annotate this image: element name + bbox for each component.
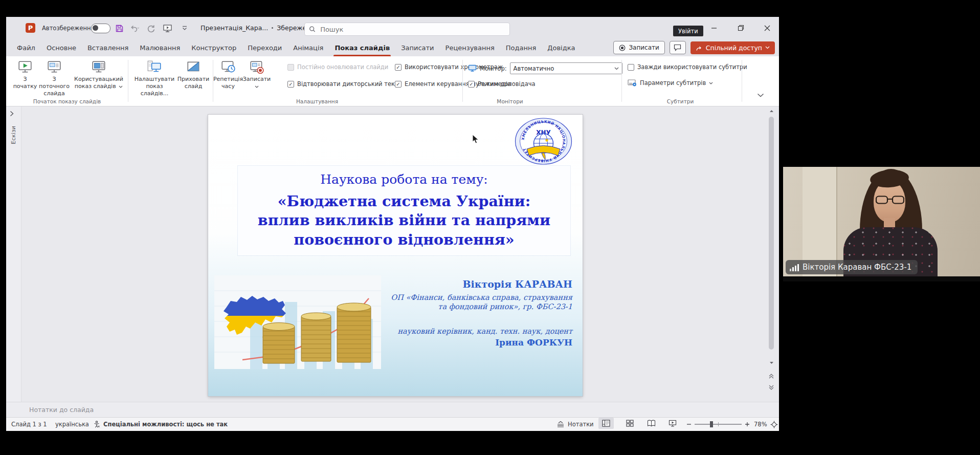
slide-title-textbox[interactable]: Наукова робота на тему: «Бюджетна систем…: [238, 166, 570, 255]
from-current-slide-icon: [47, 58, 62, 75]
status-bar: Слайд 1 з 1 українська Спеціальні можлив…: [6, 417, 779, 431]
zoom-level[interactable]: 78%: [754, 418, 767, 431]
tab-transitions[interactable]: Переходи: [242, 39, 287, 56]
slide-sorter-view-button[interactable]: [622, 418, 637, 429]
slide-title-main: «Бюджетна система України: вплив викликі…: [238, 192, 570, 250]
chevron-down-icon: [119, 85, 123, 88]
rehearse-timings-icon: [220, 58, 236, 75]
maximize-button[interactable]: [729, 17, 752, 39]
zoom-slider-track[interactable]: [695, 424, 742, 425]
scrollbar-thumb[interactable]: [769, 117, 774, 350]
setup-slideshow-button[interactable]: Налаштувати показ слайдів...: [132, 58, 177, 97]
notes-placeholder[interactable]: Нотатки до слайда: [29, 406, 94, 414]
redo-icon[interactable]: [145, 23, 157, 34]
scroll-up-icon[interactable]: [768, 107, 775, 115]
group-label-setup: Налаштування: [296, 98, 338, 104]
save-icon[interactable]: [114, 23, 125, 34]
close-button[interactable]: [756, 17, 778, 39]
editing-canvas: Ескізи ХМЕЛЬНИЦЬКИЙ НАЦІОНАЛЬНИЙ УНІВЕРС…: [6, 106, 779, 402]
minimize-button[interactable]: [703, 17, 725, 39]
mouse-cursor: [472, 134, 479, 144]
vertical-scrollbar[interactable]: [768, 107, 775, 400]
rehearse-timings-button[interactable]: Репетиція часу: [216, 58, 240, 90]
slideshow-quick-icon[interactable]: [162, 23, 173, 34]
normal-view-button[interactable]: [598, 418, 614, 429]
accessibility-status[interactable]: Спеціальні можливості: щось не так: [93, 418, 228, 431]
university-logo: ХМЕЛЬНИЦЬКИЙ НАЦІОНАЛЬНИЙ УНІВЕРСИТЕТ ХН…: [514, 118, 573, 165]
chevron-down-icon: [709, 82, 713, 84]
powerpoint-window: P Автозбереження Презентація_Кара... Збе…: [6, 17, 779, 430]
zoom-slider-thumb[interactable]: [710, 421, 713, 427]
record-icon: [619, 45, 626, 51]
checkbox-presenter-view[interactable]: Режим доповідача: [468, 80, 536, 88]
search-input[interactable]: [319, 25, 505, 34]
tab-animations[interactable]: Анімація: [287, 39, 329, 56]
search-box[interactable]: [304, 23, 510, 36]
tab-home[interactable]: Основне: [41, 39, 82, 56]
ukraine-economy-image[interactable]: [214, 275, 381, 369]
previous-slide-button[interactable]: [768, 373, 775, 380]
fit-to-window-button[interactable]: [770, 418, 778, 431]
hide-slide-icon: [186, 58, 201, 75]
tab-insert[interactable]: Вставлення: [82, 39, 134, 56]
collapse-ribbon-button[interactable]: [757, 93, 764, 98]
record-button[interactable]: Записати: [613, 41, 664, 54]
tab-design[interactable]: Конструктор: [186, 39, 242, 56]
program-line1: ОП «Фінанси, банківська справа, страхува…: [377, 293, 572, 302]
tab-help[interactable]: Довідка: [542, 39, 581, 56]
share-button[interactable]: Спільний доступ: [691, 41, 775, 54]
author-textbox[interactable]: Вікторія КАРАВАН ОП «Фінанси, банківська…: [377, 278, 572, 348]
slide-title-line1: Наукова робота на тему:: [238, 172, 570, 187]
autosave-toggle[interactable]: [91, 24, 110, 33]
monitor-row: Монітор: Автоматично: [468, 62, 622, 74]
comments-button[interactable]: [670, 41, 686, 54]
tab-slideshow-selected[interactable]: Показ слайдів: [329, 39, 395, 56]
checkbox: [287, 81, 294, 88]
monitor-icon: [468, 64, 477, 72]
custom-slideshow-button[interactable]: Користувацький показ слайдів: [74, 58, 123, 90]
sign-in-button[interactable]: Увійти: [673, 26, 703, 36]
thumbnails-pane-collapsed[interactable]: Ескізи: [6, 106, 21, 402]
expand-thumbnails-icon[interactable]: [10, 111, 14, 117]
webcam-video-window[interactable]: Вікторія Караван ФБС-23-1: [783, 167, 980, 281]
zoom-slider[interactable]: [695, 418, 742, 431]
from-beginning-button[interactable]: З початку: [13, 58, 37, 90]
tab-view[interactable]: Подання: [500, 39, 542, 56]
notes-icon: [556, 421, 565, 428]
from-current-slide-button[interactable]: З поточного слайда: [38, 58, 70, 97]
tab-review[interactable]: Рецензування: [440, 39, 500, 56]
participant-name: Вікторія Караван ФБС-23-1: [803, 263, 911, 272]
zoom-out-button[interactable]: [686, 418, 692, 431]
monitor-label: Монітор:: [480, 65, 507, 72]
checkbox-play-narrations[interactable]: Відтворювати дикторський текст: [287, 80, 402, 88]
checkbox: [395, 81, 402, 88]
customize-qat-icon[interactable]: [179, 23, 190, 34]
slide-counter[interactable]: Слайд 1 з 1: [11, 418, 47, 431]
language-indicator[interactable]: українська: [55, 418, 89, 431]
from-beginning-icon: [17, 58, 33, 75]
zoom-in-button[interactable]: [745, 418, 750, 431]
reading-view-button[interactable]: [643, 418, 659, 429]
group-label-start-slideshow: Початок показу слайдів: [33, 98, 101, 104]
person-glasses: [876, 196, 904, 205]
tab-record[interactable]: Записати: [395, 39, 439, 56]
checkbox-always-use-subtitles[interactable]: Завжди використовувати субтитри: [628, 63, 747, 71]
program-line2: та фондовий ринок», гр. ФБС-23-1: [377, 302, 572, 311]
monitor-dropdown[interactable]: Автоматично: [510, 62, 622, 74]
share-icon: [696, 45, 703, 51]
checkbox-keep-slides-updated[interactable]: Постійно оновлювати слайди: [287, 63, 388, 71]
ribbon-separator: [742, 60, 742, 102]
slideshow-view-button[interactable]: [665, 418, 680, 429]
undo-icon[interactable]: [129, 23, 140, 34]
hide-slide-button[interactable]: Приховати слайд: [179, 58, 208, 90]
slide-canvas[interactable]: ХМЕЛЬНИЦЬКИЙ НАЦІОНАЛЬНИЙ УНІВЕРСИТЕТ ХН…: [208, 115, 583, 396]
comment-icon: [674, 44, 681, 51]
notes-pane[interactable]: Нотатки до слайда: [6, 402, 779, 418]
notes-toggle-button[interactable]: Нотатки: [556, 418, 594, 431]
next-slide-button[interactable]: [768, 384, 775, 391]
scroll-down-icon[interactable]: [768, 359, 775, 366]
subtitle-settings-button[interactable]: Параметри субтитрів: [628, 79, 713, 86]
tab-draw[interactable]: Малювання: [134, 39, 186, 56]
tab-file[interactable]: Файл: [11, 39, 41, 56]
record-slideshow-button[interactable]: Записати: [243, 58, 271, 90]
